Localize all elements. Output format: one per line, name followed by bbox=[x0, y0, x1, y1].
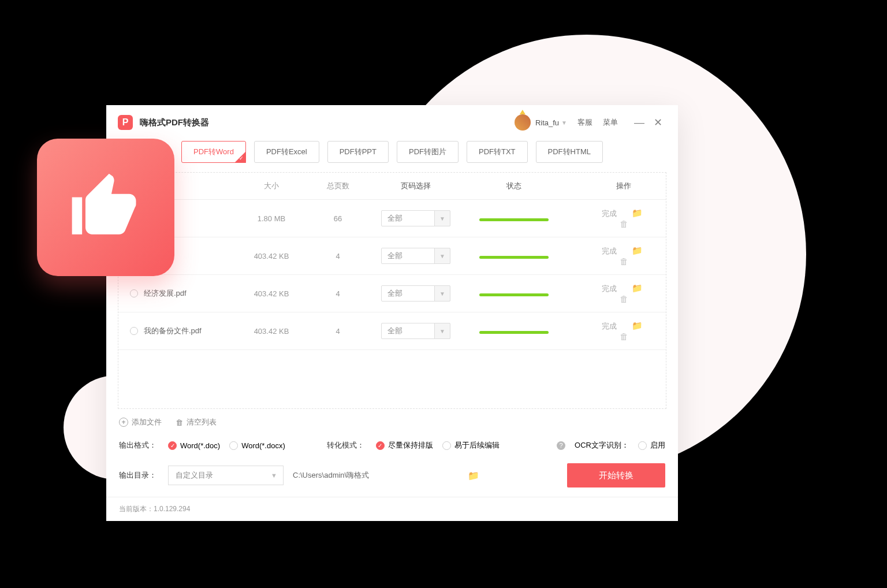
folder-icon[interactable]: 📁 bbox=[632, 283, 643, 293]
status-text: 完成 bbox=[602, 209, 617, 218]
output-path: C:\Users\admin\嗨格式 bbox=[293, 470, 459, 481]
start-convert-button[interactable]: 开始转换 bbox=[567, 463, 665, 487]
browse-folder-icon[interactable]: 📁 bbox=[468, 470, 479, 481]
format-docx-radio[interactable]: Word(*.docx) bbox=[229, 441, 285, 450]
progress-bar bbox=[479, 331, 549, 334]
tab-pdf-to-txt[interactable]: PDF转TXT bbox=[467, 141, 528, 163]
row-radio[interactable] bbox=[130, 289, 138, 297]
chevron-down-icon: ▼ bbox=[434, 210, 450, 226]
filesize: 403.42 KB bbox=[234, 252, 309, 260]
folder-icon[interactable]: 📁 bbox=[632, 321, 643, 330]
radio-checked-icon bbox=[168, 441, 177, 450]
chevron-down-icon: ▼ bbox=[434, 323, 450, 339]
version-number: 1.0.129.294 bbox=[154, 505, 190, 513]
output-format-row: 输出格式： Word(*.doc) Word(*.docx) 转化模式： 尽量保… bbox=[106, 432, 678, 454]
app-window: P 嗨格式PDF转换器 Rita_fu ▼ 客服 菜单 — ✕ PDF转Word… bbox=[106, 105, 678, 521]
output-dir-row: 输出目录： 自定义目录 ▼ C:\Users\admin\嗨格式 📁 开始转换 bbox=[106, 454, 678, 497]
tab-pdf-to-excel[interactable]: PDF转Excel bbox=[254, 141, 319, 163]
output-dir-select[interactable]: 自定义目录 ▼ bbox=[168, 466, 284, 485]
tab-pdf-to-ppt[interactable]: PDF转PPT bbox=[327, 141, 389, 163]
mode-edit-radio[interactable]: 易于后续编辑 bbox=[442, 440, 500, 451]
minimize-button[interactable]: — bbox=[632, 115, 647, 130]
header-size: 大小 bbox=[234, 181, 309, 191]
filesize: 403.42 KB bbox=[234, 327, 309, 336]
titlebar: P 嗨格式PDF转换器 Rita_fu ▼ 客服 菜单 — ✕ bbox=[106, 105, 678, 137]
chevron-down-icon: ▼ bbox=[271, 472, 277, 479]
avatar[interactable] bbox=[515, 114, 531, 131]
chevron-down-icon[interactable]: ▼ bbox=[561, 120, 567, 126]
table-header: 文件名称 大小 总页数 页码选择 状态 操作 bbox=[118, 173, 666, 200]
progress-bar bbox=[479, 256, 549, 259]
mode-label: 转化模式： bbox=[327, 440, 364, 451]
username[interactable]: Rita_fu bbox=[535, 118, 559, 127]
tab-pdf-to-image[interactable]: PDF转图片 bbox=[397, 141, 459, 163]
radio-icon bbox=[638, 441, 647, 450]
chevron-down-icon: ▼ bbox=[434, 248, 450, 264]
mode-keep-radio[interactable]: 尽量保持排版 bbox=[376, 440, 433, 451]
page-count: 4 bbox=[309, 289, 367, 298]
app-title: 嗨格式PDF转换器 bbox=[140, 117, 515, 128]
output-dir-label: 输出目录： bbox=[119, 470, 156, 481]
status-text: 完成 bbox=[602, 247, 617, 255]
status-text: 完成 bbox=[602, 322, 617, 330]
filename: 经济发展.pdf bbox=[144, 288, 187, 299]
page-range-select[interactable]: 全部▼ bbox=[381, 285, 450, 302]
folder-icon[interactable]: 📁 bbox=[632, 245, 643, 255]
radio-icon bbox=[442, 441, 451, 450]
table-row: 经济发展.pdf 403.42 KB 4 全部▼ 完成📁🗑 bbox=[118, 275, 666, 312]
filesize: 1.80 MB bbox=[234, 214, 309, 223]
page-count: 4 bbox=[309, 327, 367, 336]
table-row: 我的备份文件.pdf 403.42 KB 4 全部▼ 完成📁🗑 bbox=[118, 312, 666, 350]
add-file-button[interactable]: + 添加文件 bbox=[119, 417, 162, 427]
radio-checked-icon bbox=[376, 441, 385, 450]
page-range-select[interactable]: 全部▼ bbox=[381, 323, 450, 339]
chevron-down-icon: ▼ bbox=[434, 285, 450, 302]
format-doc-radio[interactable]: Word(*.doc) bbox=[168, 441, 220, 450]
progress-bar bbox=[479, 218, 549, 221]
ocr-enable-radio[interactable]: 启用 bbox=[638, 440, 665, 451]
status-text: 完成 bbox=[602, 284, 617, 293]
thumb-up-icon bbox=[65, 167, 146, 248]
footer: 当前版本：1.0.129.294 bbox=[106, 497, 678, 521]
trash-icon[interactable]: 🗑 bbox=[620, 219, 628, 229]
header-status: 状态 bbox=[465, 181, 563, 191]
ocr-label: OCR文字识别： bbox=[575, 440, 629, 451]
page-range-select[interactable]: 全部▼ bbox=[381, 210, 450, 226]
tab-pdf-to-html[interactable]: PDF转HTML bbox=[536, 141, 603, 163]
version-label: 当前版本： bbox=[119, 505, 154, 513]
app-logo-icon: P bbox=[118, 115, 133, 130]
trash-icon[interactable]: 🗑 bbox=[620, 256, 628, 266]
tabs: PDF转Word PDF转Excel PDF转PPT PDF转图片 PDF转TX… bbox=[106, 137, 678, 172]
table-row: 文.pdf 403.42 KB 4 全部▼ 完成📁🗑 bbox=[118, 237, 666, 275]
header-range: 页码选择 bbox=[367, 181, 465, 191]
close-button[interactable]: ✕ bbox=[650, 115, 665, 130]
radio-icon bbox=[229, 441, 238, 450]
page-count: 4 bbox=[309, 252, 367, 260]
file-table: 文件名称 大小 总页数 页码选择 状态 操作 嘿的文档.pdf 1.80 MB … bbox=[118, 172, 666, 409]
table-row: 嘿的文档.pdf 1.80 MB 66 全部▼ 完成📁🗑 bbox=[118, 200, 666, 237]
thumb-card bbox=[37, 139, 174, 276]
output-format-label: 输出格式： bbox=[119, 440, 156, 451]
filename: 我的备份文件.pdf bbox=[144, 326, 202, 336]
filesize: 403.42 KB bbox=[234, 289, 309, 298]
tab-pdf-to-word[interactable]: PDF转Word bbox=[181, 141, 246, 163]
plus-icon: + bbox=[119, 418, 128, 427]
trash-icon: 🗑 bbox=[176, 418, 183, 427]
row-radio[interactable] bbox=[130, 327, 138, 335]
clear-list-button[interactable]: 🗑 清空列表 bbox=[176, 417, 217, 427]
actions-bar: + 添加文件 🗑 清空列表 bbox=[106, 409, 678, 432]
menu-link[interactable]: 菜单 bbox=[603, 117, 618, 128]
folder-icon[interactable]: 📁 bbox=[632, 208, 643, 218]
page-range-select[interactable]: 全部▼ bbox=[381, 248, 450, 264]
help-icon[interactable]: ? bbox=[557, 441, 565, 450]
trash-icon[interactable]: 🗑 bbox=[620, 294, 628, 304]
header-pages: 总页数 bbox=[309, 181, 367, 191]
trash-icon[interactable]: 🗑 bbox=[620, 332, 628, 341]
progress-bar bbox=[479, 293, 549, 296]
page-count: 66 bbox=[309, 214, 367, 223]
support-link[interactable]: 客服 bbox=[577, 117, 592, 128]
header-operations: 操作 bbox=[563, 181, 650, 191]
